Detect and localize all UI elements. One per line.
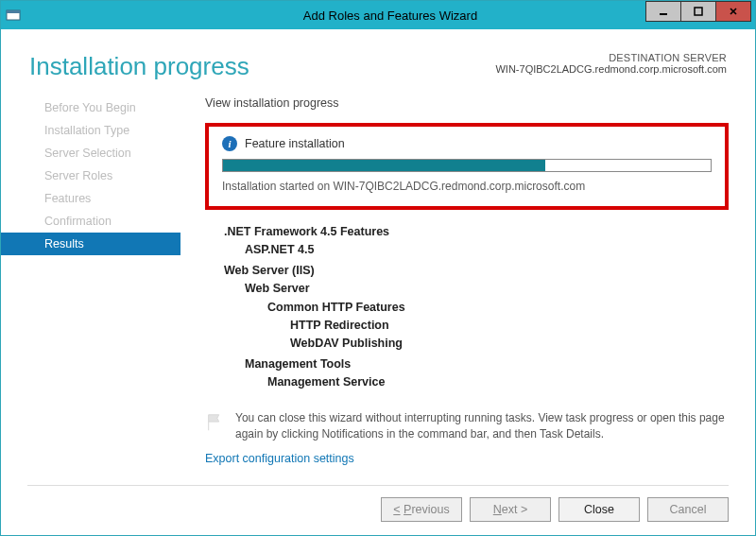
minimize-button[interactable] <box>645 1 681 22</box>
sidebar: Before You Begin Installation Type Serve… <box>1 91 180 479</box>
info-icon: i <box>222 136 237 151</box>
info-row: You can close this wizard without interr… <box>205 410 729 442</box>
progress-header: i Feature installation <box>222 136 712 151</box>
tree-management-service: Management Service <box>211 373 729 391</box>
app-icon <box>1 8 26 23</box>
export-config-link[interactable]: Export configuration settings <box>205 452 354 465</box>
tree-webdav-publishing: WebDAV Publishing <box>211 335 729 353</box>
sidebar-item-before-you-begin: Before You Begin <box>1 96 180 119</box>
progress-fill <box>223 160 545 171</box>
previous-button: < Previous <box>381 497 462 522</box>
info-text: You can close this wizard without interr… <box>235 410 729 442</box>
progress-title: Feature installation <box>245 137 345 150</box>
wizard-window: Add Roles and Features Wizard Installati… <box>0 0 756 536</box>
progress-box: i Feature installation Installation star… <box>205 123 729 210</box>
sidebar-item-confirmation: Confirmation <box>1 210 180 233</box>
next-button: Next > <box>470 497 551 522</box>
sidebar-item-features: Features <box>1 187 180 210</box>
header: Installation progress DESTINATION SERVER… <box>1 29 755 91</box>
destination-info: DESTINATION SERVER WIN-7QIBC2LADCG.redmo… <box>495 52 727 75</box>
titlebar[interactable]: Add Roles and Features Wizard <box>1 1 755 29</box>
flag-icon <box>205 412 226 433</box>
tree-http-redirection: HTTP Redirection <box>211 317 729 335</box>
main-panel: View installation progress i Feature ins… <box>180 91 755 479</box>
page-title: Installation progress <box>29 52 249 81</box>
tree-net-framework: .NET Framework 4.5 Features <box>211 223 729 241</box>
svg-rect-3 <box>695 8 702 15</box>
tree-common-http: Common HTTP Features <box>211 299 729 317</box>
progress-status: Installation started on WIN-7QIBC2LADCG.… <box>222 180 712 193</box>
svg-rect-2 <box>660 13 667 15</box>
sidebar-item-server-selection: Server Selection <box>1 142 180 164</box>
close-button[interactable]: Close <box>558 497 640 522</box>
destination-server: WIN-7QIBC2LADCG.redmond.corp.microsoft.c… <box>495 63 727 75</box>
tree-web-server: Web Server <box>211 280 729 298</box>
feature-tree: .NET Framework 4.5 Features ASP.NET 4.5 … <box>205 223 729 391</box>
tree-web-server-iis: Web Server (IIS) <box>211 262 729 280</box>
view-progress-label: View installation progress <box>205 96 729 110</box>
sidebar-item-server-roles: Server Roles <box>1 164 180 187</box>
progress-bar <box>222 159 712 172</box>
footer: < Previous Next > Close Cancel <box>1 486 755 535</box>
tree-management-tools: Management Tools <box>211 355 729 373</box>
sidebar-item-installation-type: Installation Type <box>1 119 180 142</box>
svg-rect-1 <box>7 10 20 13</box>
window-controls <box>646 1 751 22</box>
destination-label: DESTINATION SERVER <box>495 52 727 63</box>
sidebar-item-results[interactable]: Results <box>1 233 180 255</box>
maximize-button[interactable] <box>680 1 716 22</box>
tree-aspnet: ASP.NET 4.5 <box>211 241 729 259</box>
body: Before You Begin Installation Type Serve… <box>1 91 755 479</box>
close-window-button[interactable] <box>715 1 751 22</box>
cancel-button: Cancel <box>647 497 729 522</box>
